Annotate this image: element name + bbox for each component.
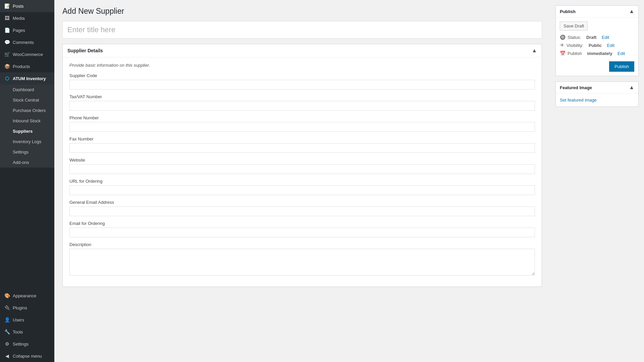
sidebar-item-global-settings[interactable]: ⚙ Settings <box>0 338 54 350</box>
publish-actions: Publish <box>560 59 634 72</box>
supplier-details-metabox: Supplier Details ▲ Provide basic informa… <box>62 44 542 287</box>
atum-icon: ⬡ <box>4 76 10 81</box>
sidebar-item-purchase-orders[interactable]: Purchase Orders <box>0 105 54 116</box>
featured-image-widget: Featured Image ▲ Set featured image <box>555 81 639 107</box>
comments-icon: 💬 <box>4 40 10 45</box>
publish-widget-toggle[interactable]: ▲ <box>629 8 634 14</box>
content-area: Add New Supplier Supplier Details ▲ Prov… <box>54 0 644 362</box>
set-featured-image-link[interactable]: Set featured image <box>560 98 597 103</box>
publish-time-edit-link[interactable]: Edit <box>618 51 625 56</box>
input-supplier-code[interactable] <box>69 80 535 89</box>
pages-icon: 📄 <box>4 27 10 33</box>
field-description: Description <box>69 242 535 277</box>
field-url-ordering: URL for Ordering <box>69 179 535 195</box>
woocommerce-icon: 🛒 <box>4 52 10 57</box>
field-phone: Phone Number <box>69 115 535 132</box>
featured-image-title: Featured Image <box>560 85 592 90</box>
products-icon: 📦 <box>4 64 10 69</box>
publish-widget-body: Save Draft 🔘 Status: Draft Edit 👁 Visibi… <box>556 17 638 76</box>
status-edit-link[interactable]: Edit <box>602 35 609 40</box>
tools-icon: 🔧 <box>4 329 10 335</box>
appearance-icon: 🎨 <box>4 293 10 298</box>
input-description[interactable] <box>69 249 535 276</box>
visibility-row: 👁 Visibility: Public Edit <box>560 43 634 48</box>
publish-widget: Publish ▲ Save Draft 🔘 Status: Draft Edi… <box>555 5 639 76</box>
media-icon: 🖼 <box>4 15 10 21</box>
publish-time-row: 📅 Publish immediately Edit <box>560 51 634 56</box>
sidebar-bottom: 🎨 Appearance 🔌 Plugins 👤 Users 🔧 Tools ⚙… <box>0 290 54 362</box>
input-fax[interactable] <box>69 143 535 153</box>
sidebar-item-inbound-stock[interactable]: Inbound Stock <box>0 116 54 126</box>
sidebar-item-stock-central[interactable]: Stock Central <box>0 95 54 105</box>
atum-inventory-section: ⬡ ATUM Inventory Dashboard Stock Central… <box>0 72 54 168</box>
label-tax-vat: Tax/VAT Number <box>69 94 535 99</box>
field-fax: Fax Number <box>69 136 535 153</box>
label-fax: Fax Number <box>69 136 535 141</box>
input-url-ordering[interactable] <box>69 185 535 195</box>
sidebar-item-woocommerce[interactable]: 🛒 WooCommerce <box>0 48 54 60</box>
label-description: Description <box>69 242 535 247</box>
input-email-ordering[interactable] <box>69 228 535 237</box>
input-phone[interactable] <box>69 122 535 132</box>
field-website: Website <box>69 158 535 174</box>
label-supplier-code: Supplier Code <box>69 73 535 78</box>
field-tax-vat: Tax/VAT Number <box>69 94 535 111</box>
publish-widget-title: Publish <box>560 9 576 14</box>
visibility-edit-link[interactable]: Edit <box>607 43 614 48</box>
sidebar-item-dashboard[interactable]: Dashboard <box>0 84 54 95</box>
label-website: Website <box>69 158 535 163</box>
field-email-ordering: Email for Ordering <box>69 221 535 237</box>
sidebar-item-tools[interactable]: 🔧 Tools <box>0 326 54 338</box>
sidebar-item-posts[interactable]: 📝 Posts <box>0 0 54 12</box>
collapse-icon: ◀ <box>4 353 10 359</box>
publish-button[interactable]: Publish <box>609 61 634 72</box>
featured-image-toggle[interactable]: ▲ <box>629 84 634 90</box>
users-icon: 👤 <box>4 317 10 322</box>
settings-icon: ⚙ <box>4 341 10 347</box>
input-website[interactable] <box>69 164 535 174</box>
publish-time-value: immediately <box>587 51 612 56</box>
right-panel: Publish ▲ Save Draft 🔘 Status: Draft Edi… <box>550 0 644 362</box>
visibility-label: Visibility: <box>567 43 583 48</box>
metabox-toggle[interactable]: ▲ <box>532 48 537 54</box>
sidebar: 📝 Posts 🖼 Media 📄 Pages 💬 Comments 🛒 Woo… <box>0 0 54 362</box>
page-title: Add New Supplier <box>62 7 542 16</box>
atum-inventory-header[interactable]: ⬡ ATUM Inventory <box>0 72 54 84</box>
label-phone: Phone Number <box>69 115 535 120</box>
label-url-ordering: URL for Ordering <box>69 179 535 184</box>
publish-time-label: Publish <box>568 51 582 56</box>
status-value: Draft <box>586 35 596 40</box>
title-input[interactable] <box>63 21 542 38</box>
metabox-title: Supplier Details <box>67 48 103 53</box>
status-icon: 🔘 <box>560 35 566 40</box>
save-draft-button[interactable]: Save Draft <box>560 21 588 31</box>
publish-time-icon: 📅 <box>560 51 566 56</box>
sidebar-item-appearance[interactable]: 🎨 Appearance <box>0 290 54 302</box>
field-supplier-code: Supplier Code <box>69 73 535 89</box>
plugins-icon: 🔌 <box>4 305 10 310</box>
featured-image-header: Featured Image ▲ <box>556 82 638 94</box>
metabox-header: Supplier Details ▲ <box>63 44 542 57</box>
status-label: Status: <box>568 35 581 40</box>
visibility-value: Public <box>589 43 602 48</box>
posts-icon: 📝 <box>4 3 10 9</box>
publish-widget-header: Publish ▲ <box>556 6 638 17</box>
input-tax-vat[interactable] <box>69 101 535 111</box>
sidebar-item-plugins[interactable]: 🔌 Plugins <box>0 302 54 314</box>
sidebar-item-pages[interactable]: 📄 Pages <box>0 24 54 36</box>
sidebar-item-media[interactable]: 🖼 Media <box>0 12 54 24</box>
sidebar-item-collapse[interactable]: ◀ Collapse menu <box>0 350 54 362</box>
input-general-email[interactable] <box>69 206 535 216</box>
meta-description: Provide basic information on this suppli… <box>69 63 535 68</box>
sidebar-item-settings[interactable]: Settings <box>0 147 54 157</box>
label-general-email: General Email Address <box>69 200 535 205</box>
sidebar-item-add-ons[interactable]: Add-ons <box>0 157 54 168</box>
title-input-wrap <box>62 21 542 39</box>
sidebar-item-inventory-logs[interactable]: Inventory Logs <box>0 136 54 147</box>
sidebar-item-products[interactable]: 📦 Products <box>0 60 54 72</box>
sidebar-item-suppliers[interactable]: Suppliers <box>0 126 54 136</box>
editor: Add New Supplier Supplier Details ▲ Prov… <box>54 0 550 362</box>
main-content: Add New Supplier Supplier Details ▲ Prov… <box>54 0 644 362</box>
sidebar-item-comments[interactable]: 💬 Comments <box>0 36 54 48</box>
sidebar-item-users[interactable]: 👤 Users <box>0 314 54 326</box>
